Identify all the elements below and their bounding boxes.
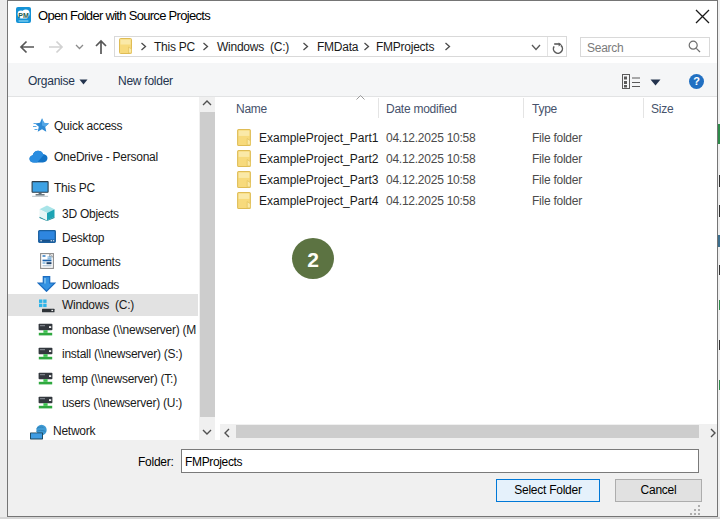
svg-text:PM: PM bbox=[18, 12, 29, 19]
